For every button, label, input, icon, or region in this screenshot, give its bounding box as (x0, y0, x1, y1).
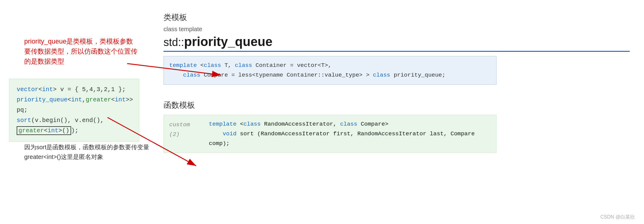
pq-name: priority_queue (184, 35, 272, 49)
annotation-text-red: priority_queue是类模板，类模板参数要传数据类型，所以仿函数这个位置… (24, 36, 139, 66)
pq-std-prefix: std:: (163, 36, 184, 48)
custom-label: custom (2) (169, 120, 203, 149)
func-template-title: 函数模板 (163, 100, 630, 110)
template-block-top: template <class T, class Container = vec… (163, 56, 497, 85)
sort-tpl-line1: template <class RandomAccessIterator, cl… (209, 119, 491, 129)
code-line-2: priority_queue<int,greater<int>> pq; (17, 95, 132, 115)
left-annotation: priority_queue是类模板，类模板参数要传数据类型，所以仿函数这个位置… (24, 36, 139, 66)
code-line-3: sort(v.begin(), v.end(), greater<int>())… (17, 115, 132, 136)
pq-title: std::priority_queue (163, 35, 630, 52)
class-template-title: 类模板 (163, 12, 630, 23)
tpl-line1: template <class T, class Container = vec… (169, 61, 491, 70)
sort-tpl-line2: void sort (RandomAccessIterator first, R… (209, 129, 491, 149)
bottom-annotation-line2: greater<int>()这里是匿名对象 (24, 152, 151, 162)
bottom-annotation-line1: 因为sort是函数模板，函数模板的参数要传变量 (24, 142, 151, 152)
code-line-1: vector<int> v = { 5,4,3,2,1 }; (17, 84, 132, 95)
sort-template-code: template <class RandomAccessIterator, cl… (209, 119, 491, 149)
template-block-bottom: custom (2) template <class RandomAccessI… (163, 115, 497, 153)
class-template-subtitle: class template (163, 26, 630, 33)
page-container: priority_queue是类模板，类模板参数要传数据类型，所以仿函数这个位置… (0, 0, 644, 224)
bottom-left-annotation: 因为sort是函数模板，函数模板的参数要传变量 greater<int>()这里… (24, 142, 151, 162)
watermark: CSDN @白菜欣 (600, 214, 635, 220)
tpl-line2: class Compare = less<typename Container:… (169, 70, 491, 80)
right-content: 类模板 class template std::priority_queue t… (163, 12, 630, 153)
code-block-left: vector<int> v = { 5,4,3,2,1 }; priority_… (9, 79, 139, 142)
